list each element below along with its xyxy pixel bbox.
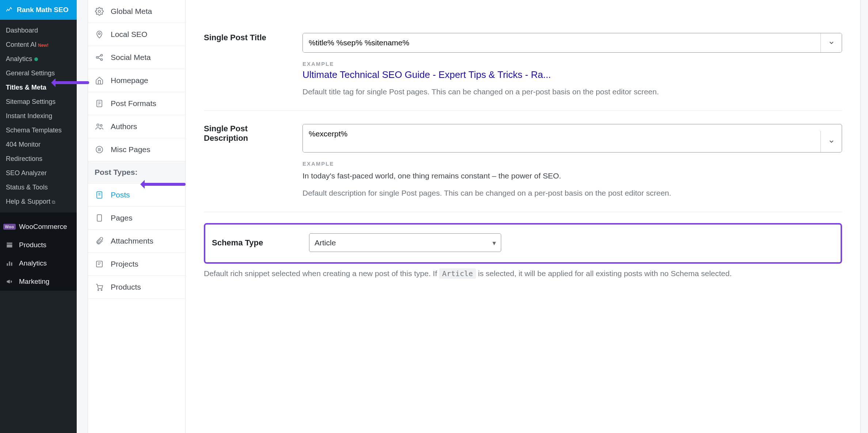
project-icon <box>95 259 104 269</box>
svg-rect-2 <box>7 263 8 266</box>
wp-menu-item-label: WooCommerce <box>19 223 67 231</box>
share-icon <box>95 53 104 62</box>
sec-nav-item-label: Misc Pages <box>111 145 151 154</box>
pin-icon <box>95 30 104 39</box>
svg-point-6 <box>99 33 100 35</box>
sec-nav-item-attachments[interactable]: Attachments <box>88 230 185 253</box>
svg-rect-16 <box>96 261 102 267</box>
sec-nav-item-global-meta[interactable]: Global Meta <box>88 0 185 23</box>
label-schema-type: Schema Type <box>212 238 298 248</box>
annotation-arrow-titles <box>53 81 89 84</box>
field-single-post-title: Single Post Title EXAMPLE Ultimate Techn… <box>204 15 842 111</box>
external-link-icon: ⧉ <box>52 199 55 205</box>
svg-point-17 <box>98 290 99 291</box>
input-single-post-description[interactable] <box>303 124 821 152</box>
svg-point-5 <box>98 10 100 12</box>
submenu-item-404-monitor[interactable]: 404 Monitor <box>0 138 77 152</box>
sec-nav-item-label: Authors <box>111 122 137 131</box>
wp-menu-item-label: Products <box>19 241 46 249</box>
sec-nav-item-label: Attachments <box>111 237 153 245</box>
sec-nav-item-projects[interactable]: Projects <box>88 253 185 276</box>
submenu-item-content-ai[interactable]: Content AINew! <box>0 38 77 52</box>
help-schema-type: Default rich snippet selected when creat… <box>204 268 842 279</box>
archive-icon <box>6 241 13 249</box>
bars-icon <box>6 260 13 267</box>
sec-nav-item-label: Social Meta <box>111 53 151 62</box>
new-badge: New! <box>38 43 49 48</box>
plugin-submenu: DashboardContent AINew!AnalyticsGeneral … <box>0 20 77 212</box>
wp-menu-item-label: Analytics <box>19 259 47 267</box>
doc-icon <box>95 99 104 108</box>
help-single-post-title: Default title tag for single Post pages.… <box>302 86 842 97</box>
post-icon <box>95 190 104 200</box>
svg-rect-4 <box>11 263 12 266</box>
input-single-post-title[interactable] <box>303 33 821 52</box>
clip-icon <box>95 236 104 246</box>
chevron-down-icon <box>828 138 835 145</box>
settings-content: Single Post Title EXAMPLE Ultimate Techn… <box>186 0 861 433</box>
svg-point-18 <box>101 290 102 291</box>
label-single-post-description: Single Post Description <box>204 124 292 199</box>
wp-menu-item-marketing[interactable]: Marketing <box>0 272 77 291</box>
sec-nav-item-misc-pages[interactable]: Misc Pages <box>88 138 185 161</box>
sec-nav-item-label: Global Meta <box>111 7 152 16</box>
settings-secondary-nav: Global MetaLocal SEOSocial MetaHomepageP… <box>88 0 186 433</box>
submenu-item-schema-templates[interactable]: Schema Templates <box>0 123 77 138</box>
status-dot-icon <box>34 57 38 61</box>
sec-nav-item-label: Local SEO <box>111 30 147 39</box>
users-icon <box>95 122 104 131</box>
select-schema-type[interactable]: Article <box>309 233 501 252</box>
plugin-menu-header[interactable]: Rank Math SEO <box>0 0 77 20</box>
sec-nav-item-post-formats[interactable]: Post Formats <box>88 92 185 115</box>
submenu-item-general-settings[interactable]: General Settings <box>0 66 77 80</box>
submenu-item-help-support[interactable]: Help & Support⧉ <box>0 195 77 209</box>
rank-math-logo-icon <box>5 6 13 14</box>
sec-nav-item-label: Posts <box>111 191 130 199</box>
plugin-title: Rank Math SEO <box>17 6 68 14</box>
label-single-post-title: Single Post Title <box>204 33 292 97</box>
svg-point-12 <box>100 125 102 127</box>
input-single-post-title-wrap <box>302 33 842 53</box>
sec-nav-item-pages[interactable]: Pages <box>88 207 185 230</box>
submenu-item-status-tools[interactable]: Status & Tools <box>0 180 77 195</box>
wp-main-menu: WooWooCommerceProductsAnalyticsMarketing <box>0 212 77 291</box>
example-heading: EXAMPLE <box>302 161 842 167</box>
wp-admin-sidebar: Rank Math SEO DashboardContent AINew!Ana… <box>0 0 77 433</box>
field-single-post-description: Single Post Description EXAMPLE In today… <box>204 111 842 212</box>
svg-rect-0 <box>7 242 12 244</box>
megaphone-icon <box>6 278 13 285</box>
sec-nav-item-authors[interactable]: Authors <box>88 115 185 138</box>
sec-nav-item-label: Homepage <box>111 76 148 85</box>
sec-nav-item-social-meta[interactable]: Social Meta <box>88 46 185 69</box>
svg-rect-3 <box>9 261 10 266</box>
sec-nav-item-products[interactable]: Products <box>88 276 185 299</box>
home-icon <box>95 76 104 85</box>
sec-nav-item-label: Projects <box>111 260 138 268</box>
sec-nav-item-local-seo[interactable]: Local SEO <box>88 23 185 46</box>
submenu-item-instant-indexing[interactable]: Instant Indexing <box>0 109 77 123</box>
sec-nav-item-homepage[interactable]: Homepage <box>88 69 185 92</box>
submenu-item-seo-analyzer[interactable]: SEO Analyzer <box>0 166 77 180</box>
svg-point-11 <box>97 124 99 126</box>
page-icon <box>95 213 104 223</box>
gear-icon <box>95 7 104 16</box>
variables-dropdown-button[interactable] <box>821 33 842 52</box>
schema-type-highlight-box: Schema Type Article <box>204 223 842 264</box>
submenu-item-sitemap[interactable]: Sitemap Settings <box>0 95 77 109</box>
submenu-item-analytics[interactable]: Analytics <box>0 52 77 66</box>
help-single-post-description: Default description for single Post page… <box>302 188 842 199</box>
chevron-down-icon <box>828 39 835 46</box>
wp-menu-item-woocommerce[interactable]: WooWooCommerce <box>0 218 77 236</box>
submenu-item-redirections[interactable]: Redirections <box>0 152 77 166</box>
wp-menu-item-products[interactable]: Products <box>0 236 77 254</box>
variables-dropdown-button[interactable] <box>821 131 842 152</box>
svg-rect-15 <box>97 215 102 221</box>
wp-menu-item-analytics[interactable]: Analytics <box>0 254 77 272</box>
wp-menu-item-label: Marketing <box>19 278 49 286</box>
svg-rect-1 <box>7 244 12 247</box>
example-description-preview: In today's fast-paced world, one thing r… <box>302 170 842 181</box>
sec-nav-item-label: Post Formats <box>111 99 156 108</box>
input-single-post-description-wrap <box>302 124 842 153</box>
submenu-item-dashboard[interactable]: Dashboard <box>0 23 77 38</box>
example-title-preview[interactable]: Ultimate Technical SEO Guide - Expert Ti… <box>302 69 842 80</box>
